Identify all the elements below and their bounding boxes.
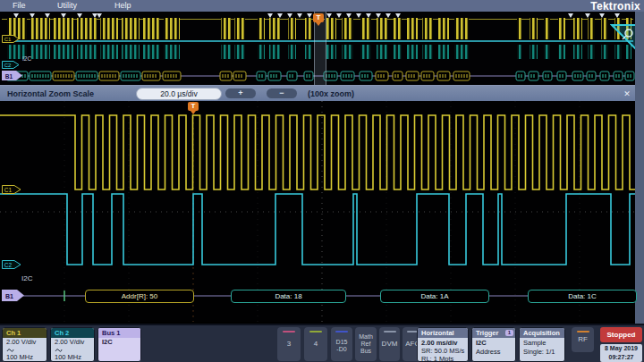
sda-activity	[342, 45, 353, 59]
sda-activity	[394, 45, 402, 59]
search-mark-icon	[599, 13, 605, 18]
sda-activity	[77, 45, 97, 59]
trigger-marker-overview[interactable]: T	[313, 13, 324, 22]
bus-decode-mini-box	[614, 72, 623, 80]
rf-button[interactable]: RF	[572, 327, 594, 352]
channel4-color-line	[309, 331, 322, 333]
oscilloscope-screen: File Utility Help Tektronix T C1 C2 I	[0, 0, 644, 362]
sda-activity	[54, 45, 73, 59]
horizontal-scale: 2.00 ms/div	[421, 339, 468, 347]
digital-channels-button[interactable]: D15 -D0	[331, 327, 352, 361]
menu-help[interactable]: Help	[114, 1, 131, 10]
bus-decode-mini-box	[268, 72, 281, 80]
sda-activity	[517, 45, 521, 59]
scl-burst	[517, 18, 521, 39]
sda-activity	[143, 45, 159, 59]
zoom-out-button[interactable]: −	[267, 88, 297, 98]
channel-badge-c2-overview[interactable]: C2	[2, 61, 20, 69]
scl-burst	[377, 18, 387, 39]
channel-badge-c2-main[interactable]: C2	[2, 260, 21, 269]
scl-burst	[221, 18, 231, 39]
sda-activity	[164, 45, 180, 59]
menu-utility[interactable]: Utility	[57, 1, 77, 10]
sda-activity	[588, 45, 595, 59]
channel3-button[interactable]: 3	[277, 327, 301, 361]
i2c-decode-address: Addr[R]: 50	[85, 290, 194, 303]
dvm-button[interactable]: DVM	[379, 327, 400, 361]
bus1-name: Bus 1	[98, 328, 140, 338]
channel1-name: Ch 1	[3, 328, 47, 338]
datetime-readout: 8 May 2019 09:27:27	[600, 344, 642, 362]
i2c-decode-data-2: Data: 1A	[380, 290, 489, 303]
bus-badge-b1-main[interactable]: B1	[2, 290, 25, 301]
scl-burst	[342, 18, 353, 39]
sda-activity	[234, 45, 245, 59]
bus1-type: I2C	[98, 338, 140, 347]
search-mark-icon	[97, 13, 102, 18]
bus-decode-mini-box	[421, 72, 434, 80]
scl-burst	[234, 18, 245, 39]
channel1-scale: 2.00 V/div	[6, 339, 47, 347]
search-mark-icon	[326, 13, 332, 18]
acquisition-badge[interactable]: Acquisition Sample Single: 1/1	[519, 327, 565, 362]
channel1-bandwidth: 100 MHz	[6, 354, 47, 362]
svg-text:B1: B1	[5, 73, 13, 80]
trigger-badge[interactable]: Trigger 1 I2C Address	[471, 327, 516, 362]
search-mark-icon	[61, 13, 66, 18]
sda-activity	[258, 45, 265, 59]
i2c-decode-data-1: Data: 18	[231, 290, 346, 303]
math-ref-bus-button[interactable]: Math Ref Bus	[355, 327, 377, 361]
sda-activity	[288, 45, 296, 59]
channel2-scale: 2.00 V/div	[55, 339, 94, 347]
trigger-source-icon: 1	[505, 330, 513, 336]
channel4-button[interactable]: 4	[304, 327, 327, 361]
rf-color-line	[577, 331, 589, 333]
run-stop-status[interactable]: Stopped	[600, 327, 642, 342]
zoom-bar-title: Horizontal Zoom Scale	[7, 89, 94, 98]
zoom-scale-value[interactable]: 20.0 µs/div	[136, 88, 222, 100]
bus-type-label-main: I2C	[21, 274, 32, 282]
bus-decode-mini-box	[625, 72, 634, 80]
scl-burst	[407, 18, 418, 39]
sda-activity	[30, 45, 50, 59]
bus1-badge[interactable]: Bus 1 I2C	[97, 327, 141, 362]
horizontal-badge[interactable]: Horizontal 2.00 ms/div SR: 50.0 MS/s RL:…	[417, 327, 469, 362]
sda-trace	[0, 194, 637, 265]
search-mark-icon	[277, 13, 283, 18]
scl-burst	[454, 18, 469, 39]
channel-badge-c1-overview[interactable]: C1	[2, 35, 20, 43]
search-mark-icon	[297, 13, 302, 18]
digital-color-line	[335, 331, 348, 333]
zoom-in-button[interactable]: +	[225, 88, 256, 98]
search-mark-icon	[366, 13, 371, 18]
bus-decode-mini-box	[257, 72, 266, 80]
record-length: RL: 1 Mpts	[421, 355, 468, 362]
i2c-decode-data-3: Data: 1C	[528, 290, 637, 303]
sda-activity	[544, 45, 550, 59]
bandwidth-limit-icon	[6, 347, 14, 353]
channel1-badge[interactable]: Ch 1 2.00 V/div 100 MHz	[2, 327, 47, 362]
scl-burst	[258, 18, 265, 39]
trigger-mode: Address	[476, 348, 515, 357]
bus-badge-b1-overview[interactable]: B1	[2, 71, 23, 80]
channel-badge-c1-main[interactable]: C1	[2, 185, 21, 194]
sample-rate: SR: 50.0 MS/s	[421, 347, 468, 355]
scl-burst	[269, 18, 280, 39]
sda-activity	[221, 45, 231, 59]
bus-decode-mini-box	[376, 72, 388, 80]
svg-text:C2: C2	[4, 262, 13, 268]
trigger-marker-main[interactable]: T	[188, 102, 199, 111]
search-mark-icon	[30, 13, 35, 18]
search-mark-icon	[307, 13, 312, 18]
scl-burst	[601, 18, 608, 39]
channel2-badge[interactable]: Ch 2 2.00 V/div 100 MHz	[50, 327, 95, 362]
sda-activity	[100, 45, 118, 59]
sda-activity	[422, 45, 433, 59]
sda-activity	[438, 45, 449, 59]
sda-activity	[377, 45, 387, 59]
close-icon[interactable]: ✕	[621, 88, 633, 99]
bus-decode-mini-box	[600, 72, 609, 80]
search-mark-icon	[376, 13, 381, 18]
menu-bar: File Utility Help Tektronix	[0, 0, 644, 12]
menu-file[interactable]: File	[13, 1, 26, 10]
